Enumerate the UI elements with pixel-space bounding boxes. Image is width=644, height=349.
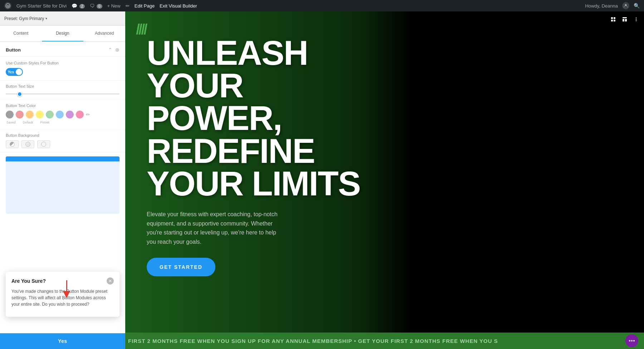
preset-bar[interactable]: Preset: Gym Primary ▾: [0, 11, 125, 26]
yes-label: Yes: [58, 338, 67, 344]
bg-option-2[interactable]: [21, 140, 34, 148]
tab-content[interactable]: Content: [0, 26, 42, 42]
hero-subtitle: Elevate your fitness with expert coachin…: [147, 210, 283, 246]
slider-thumb[interactable]: [17, 92, 22, 97]
swatch-edit-icon[interactable]: ✏: [86, 111, 94, 118]
bubbles-icon[interactable]: 🗨 0: [90, 3, 102, 9]
svg-rect-5: [611, 20, 613, 21]
bubbles-count: 0: [97, 4, 102, 9]
howdy-text: Howdy, Deanna: [585, 3, 618, 9]
admin-bar-left: W Gym Starter Site for Divi 💬 2 🗨 0 + Ne…: [4, 2, 579, 9]
hero-title-line3: YOUR LIMITS: [147, 167, 404, 200]
swatch-blue[interactable]: [56, 111, 64, 118]
color-swatches: ✏: [6, 111, 119, 118]
button-background-label: Button Background: [6, 133, 119, 137]
new-button[interactable]: + New: [107, 3, 121, 9]
svg-point-12: [636, 20, 636, 21]
settings-icon[interactable]: ⊕: [115, 47, 119, 53]
toggle-knob: [16, 69, 22, 75]
svg-rect-4: [614, 17, 615, 19]
swatch-label-saved: Saved: [6, 121, 16, 124]
section-title-button: Button: [6, 47, 21, 53]
wordpress-logo-icon[interactable]: W: [4, 2, 11, 9]
hero-title-line2: POWER, REDEFINE: [147, 102, 404, 167]
vb-layout-icon[interactable]: [620, 14, 630, 24]
ticker-text: FIRST 2 MONTHS FREE WHEN YOU SIGN UP FOR…: [125, 338, 498, 344]
arrow-line: [66, 280, 67, 291]
toggle-yes-label: Yes: [6, 70, 14, 74]
vb-more-icon[interactable]: [631, 14, 641, 24]
swatch-label-preset: Preset: [40, 121, 49, 124]
confirm-dialog: Are You Sure? ✕ You've made changes to t…: [6, 272, 119, 317]
hero-section: //// UNLEASH YOUR POWER, REDEFINE YOUR L…: [125, 11, 644, 333]
svg-rect-9: [625, 19, 627, 21]
admin-bar: W Gym Starter Site for Divi 💬 2 🗨 0 + Ne…: [0, 0, 644, 11]
dialog-close-button[interactable]: ✕: [107, 277, 114, 285]
ticker-bar: FIRST 2 MONTHS FREE WHEN YOU SIGN UP FOR…: [125, 333, 644, 349]
swatch-purple[interactable]: [66, 111, 74, 118]
custom-styles-label: Use Custom Styles For Button: [6, 61, 119, 65]
svg-rect-7: [623, 17, 627, 18]
preview-area: [6, 156, 119, 214]
comments-icon[interactable]: 💬 2: [72, 3, 85, 9]
main-layout: Preset: Gym Primary ▾ Content Design Adv…: [0, 11, 644, 349]
dialog-header: Are You Sure? ✕: [11, 277, 114, 285]
dot3: [633, 340, 635, 341]
slash-marks: ////: [136, 22, 146, 37]
arrow-indicator: [63, 280, 70, 298]
swatch-gray[interactable]: [6, 111, 14, 118]
section-icons: ⌃ ⊕: [108, 47, 119, 53]
comments-count: 2: [79, 4, 85, 9]
yes-button[interactable]: Yes: [0, 333, 125, 349]
svg-rect-3: [611, 17, 613, 19]
user-avatar[interactable]: [622, 2, 629, 9]
custom-styles-row: Use Custom Styles For Button Yes: [0, 57, 125, 81]
tab-design[interactable]: Design: [42, 26, 84, 42]
hero-content: UNLEASH YOUR POWER, REDEFINE YOUR LIMITS…: [147, 37, 404, 276]
swatch-yellow[interactable]: [36, 111, 44, 118]
ticker-dot-inner: [629, 340, 635, 341]
hero-title: UNLEASH YOUR POWER, REDEFINE YOUR LIMITS: [147, 37, 404, 200]
ticker-dot-button[interactable]: [625, 334, 638, 347]
bg-option-3[interactable]: [37, 140, 50, 148]
vb-grid-icon[interactable]: [608, 14, 618, 24]
dialog-body: You've made changes to the Button Module…: [11, 288, 114, 307]
swatch-orange[interactable]: [26, 111, 34, 118]
svg-text:W: W: [6, 4, 10, 8]
arrow-down: [63, 291, 70, 298]
bg-option-1[interactable]: [6, 140, 19, 148]
dot2: [631, 340, 633, 341]
preset-caret-icon[interactable]: ▾: [45, 16, 47, 20]
site-name[interactable]: Gym Starter Site for Divi: [16, 3, 67, 9]
swatch-label-default: Default: [23, 121, 33, 124]
swatch-labels: Saved Default Preset: [6, 121, 119, 124]
tab-bar: Content Design Advanced: [0, 26, 125, 42]
left-panel: Preset: Gym Primary ▾ Content Design Adv…: [0, 11, 125, 349]
button-text-color-label: Button Text Color: [6, 103, 119, 108]
search-icon[interactable]: 🔍: [634, 3, 640, 9]
swatch-pink2[interactable]: [76, 111, 84, 118]
site-preview: //// UNLEASH YOUR POWER, REDEFINE YOUR L…: [125, 11, 644, 349]
button-text-size-row: Button Text Size: [0, 81, 125, 100]
swatch-green[interactable]: [46, 111, 54, 118]
bg-options: [6, 140, 119, 148]
dialog-title: Are You Sure?: [11, 278, 46, 284]
exit-vb-button[interactable]: Exit Visual Builder: [160, 3, 197, 9]
dot1: [629, 340, 630, 341]
custom-styles-toggle[interactable]: Yes: [6, 68, 23, 76]
hero-cta-button[interactable]: GET STARTED: [147, 258, 215, 276]
collapse-icon[interactable]: ⌃: [108, 47, 112, 53]
button-text-size-label: Button Text Size: [6, 84, 119, 88]
edit-page-button[interactable]: Edit Page: [135, 3, 155, 9]
svg-rect-6: [614, 20, 615, 21]
swatch-pink[interactable]: [16, 111, 24, 118]
hero-title-line1: UNLEASH YOUR: [147, 37, 404, 102]
tab-advanced[interactable]: Advanced: [83, 26, 125, 42]
preview-blue-bar: [6, 156, 119, 161]
vb-toolbar: [608, 14, 641, 24]
button-text-color-row: Button Text Color ✏ Saved Default Preset: [0, 100, 125, 130]
text-size-slider[interactable]: [6, 93, 119, 94]
svg-rect-8: [623, 19, 624, 21]
svg-point-11: [636, 19, 636, 20]
button-background-row: Button Background: [0, 130, 125, 152]
